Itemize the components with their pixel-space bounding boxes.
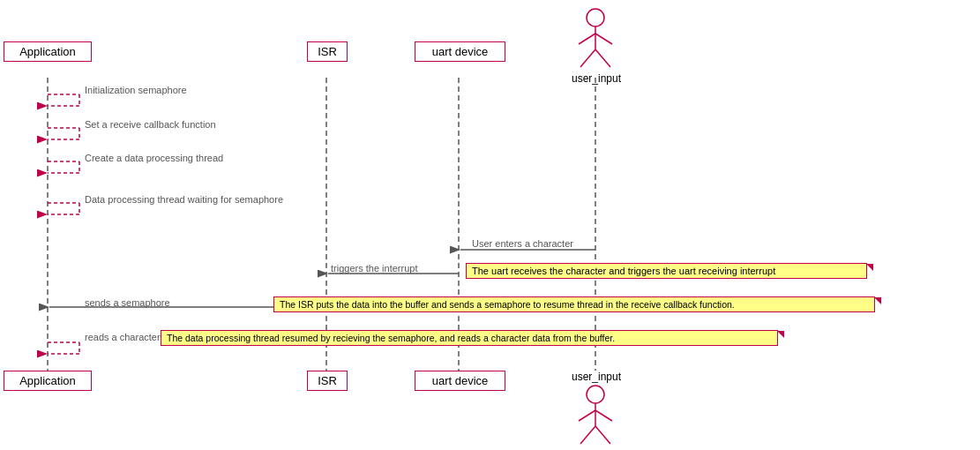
actor-isr-top-label: ISR [318, 45, 337, 58]
actor-uart-bottom: uart device [415, 371, 505, 391]
note-data-processing: The data processing thread resumed by re… [161, 330, 778, 346]
actor-uart-top-label: uart device [432, 45, 489, 58]
msg-sends-semaphore: sends a semaphore [85, 297, 170, 308]
msg-reads-char: reads a character [85, 332, 161, 342]
actor-user-input-bottom-label: user_input [565, 371, 627, 383]
actor-uart-bottom-label: uart device [432, 374, 489, 387]
msg-init-semaphore: Initialization semaphore [85, 85, 187, 95]
actor-application-top-label: Application [19, 45, 76, 58]
svg-line-30 [595, 49, 610, 67]
note-uart-interrupt: The uart receives the character and trig… [466, 263, 867, 279]
actor-isr-top: ISR [307, 41, 348, 62]
actor-isr-bottom: ISR [307, 371, 348, 391]
actor-application-bottom: Application [4, 371, 92, 391]
svg-point-25 [587, 9, 604, 26]
svg-line-33 [579, 410, 595, 421]
actor-user-input-top [572, 7, 619, 71]
msg-callback: Set a receive callback function [85, 119, 216, 130]
actor-isr-bottom-label: ISR [318, 374, 337, 387]
actor-user-input-top-label: user_input [565, 72, 627, 85]
msg-create-thread: Create a data processing thread [85, 153, 223, 163]
actor-application-bottom-label: Application [19, 374, 76, 387]
msg-waiting-semaphore: Data processing thread waiting for semap… [85, 194, 283, 205]
svg-line-34 [595, 410, 612, 421]
svg-line-36 [595, 426, 610, 444]
actor-uart-top: uart device [415, 41, 505, 62]
msg-triggers-interrupt: triggers the interrupt [331, 263, 417, 274]
actor-user-input-bottom [572, 384, 619, 447]
svg-line-29 [580, 49, 595, 67]
actor-application-top: Application [4, 41, 92, 62]
svg-line-27 [579, 34, 595, 44]
note-isr-buffer: The ISR puts the data into the buffer an… [273, 296, 875, 312]
msg-user-enters: User enters a character [472, 238, 573, 249]
svg-point-31 [587, 386, 604, 403]
svg-line-28 [595, 34, 612, 44]
sequence-diagram: Application ISR uart device user_input I… [0, 0, 980, 450]
svg-line-35 [580, 426, 595, 444]
